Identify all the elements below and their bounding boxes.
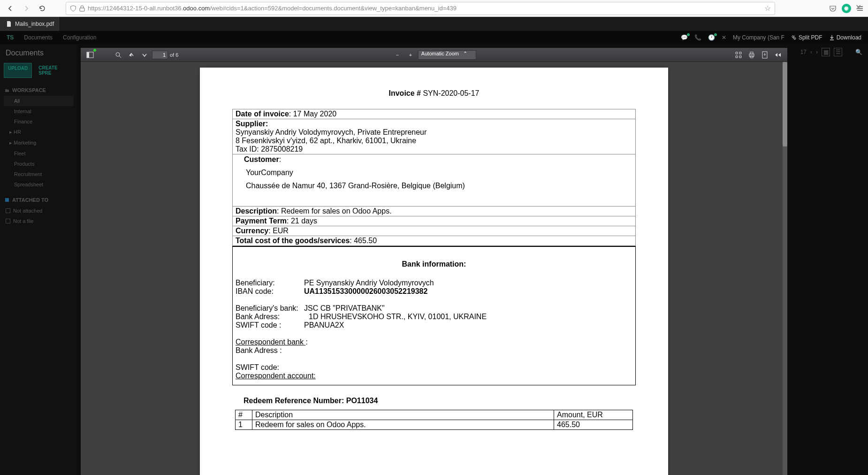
svg-rect-1 (5, 198, 9, 202)
reload-button[interactable] (36, 2, 49, 15)
redeem-reference: Redeem Reference Number: PO11034 (232, 397, 636, 405)
sidebar-item-internal[interactable]: Internal (4, 106, 74, 116)
split-pdf-button[interactable]: Split PDF (791, 34, 822, 41)
page-title: Documents (4, 49, 74, 57)
find-icon[interactable] (113, 49, 124, 61)
print-icon[interactable] (746, 49, 757, 61)
odoo-tab-bar: Mails_inbox.pdf (0, 17, 868, 31)
line-items-table: #DescriptionAmount, EUR 1Redeem for sale… (235, 410, 633, 430)
kanban-view-icon[interactable]: ▦ (822, 48, 830, 56)
svg-rect-6 (750, 52, 753, 54)
pdf-page: Invoice # SYN-2020-05-17 Date of invoice… (200, 68, 668, 475)
scrollbar[interactable] (783, 62, 787, 475)
download-button[interactable]: Download (829, 34, 861, 41)
sidebar-item-fleet[interactable]: Fleet (4, 148, 74, 159)
tab-title: Mails_inbox.pdf (15, 21, 54, 27)
svg-rect-0 (80, 8, 84, 11)
attached-header: ATTACHED TO (4, 194, 74, 206)
sidebar-item-spreadsheet[interactable]: Spreadsheet (4, 179, 74, 190)
pdf-canvas[interactable]: Invoice # SYN-2020-05-17 Date of invoice… (81, 62, 787, 475)
invoice-title: Invoice # SYN-2020-05-17 (219, 89, 649, 98)
sidebar-item-products[interactable]: Products (4, 159, 74, 169)
shield-icon (70, 5, 76, 12)
back-button[interactable] (4, 2, 17, 15)
create-spreadsheet-button[interactable]: CREATE SPRE (35, 63, 74, 78)
menu-item[interactable]: Configuration (63, 34, 96, 41)
close-icon[interactable]: ✕ (722, 34, 726, 41)
url-bar[interactable]: https://12464312-15-0-all.runbot36.odoo.… (66, 2, 775, 15)
zoom-select[interactable]: Automatic Zoom ⌃ (418, 50, 476, 60)
tools-icon[interactable] (772, 49, 784, 61)
forward-button[interactable] (20, 2, 33, 15)
pdf-viewer: of 6 − + Automatic Zoom ⌃ Invoice # SYN-… (81, 48, 787, 475)
sidebar-item-hr[interactable]: ▸ HR (4, 127, 74, 138)
next-page-icon[interactable] (139, 49, 150, 61)
tag-icon (5, 198, 9, 202)
company-name: My Company (San F (733, 34, 784, 41)
pdf-tab[interactable]: Mails_inbox.pdf (0, 17, 60, 31)
sidebar-item-marketing[interactable]: ▸ Marketing (4, 138, 74, 148)
filter-not-a-file[interactable]: Not a file (4, 216, 74, 226)
prev-page-icon[interactable]: ‹ (810, 49, 812, 55)
folder-icon (5, 88, 9, 92)
menu-item[interactable]: Documents (24, 34, 53, 41)
modal-close-icon[interactable]: ✕ (855, 3, 861, 12)
odoo-top-menu: TS Documents Configuration 💬 📞 🕐 ✕ My Co… (0, 31, 868, 44)
extension-icon[interactable]: ◉ (842, 4, 851, 13)
next-page-icon[interactable]: › (816, 49, 818, 55)
menu-item[interactable]: TS (7, 34, 14, 41)
page-info: 17 (800, 49, 807, 55)
file-icon (6, 21, 12, 27)
svg-point-4 (116, 53, 120, 56)
list-view-icon[interactable]: ☰ (834, 48, 842, 56)
sidebar-item-all[interactable]: All (4, 96, 74, 106)
zoom-in-icon[interactable]: + (405, 49, 416, 61)
sidebar-toggle-icon[interactable] (84, 49, 96, 61)
svg-rect-3 (87, 52, 89, 58)
page-number-input[interactable] (152, 51, 168, 59)
bookmark-star-icon[interactable]: ☆ (764, 4, 771, 13)
download-icon[interactable] (759, 49, 770, 61)
lock-icon (79, 5, 85, 12)
prev-page-icon[interactable] (126, 49, 137, 61)
filter-not-attached[interactable]: Not attached (4, 206, 74, 216)
upload-button[interactable]: UPLOAD (4, 63, 32, 78)
pocket-icon[interactable] (829, 4, 837, 13)
page-total: of 6 (170, 52, 178, 58)
sidebar-item-recruitment[interactable]: Recruitment (4, 169, 74, 179)
url-text: https://12464312-15-0-all.runbot36.odoo.… (88, 5, 457, 12)
sidebar: Documents UPLOAD CREATE SPRE WORKSPACE A… (0, 44, 77, 475)
presentation-icon[interactable] (733, 49, 744, 61)
bank-info-block: Bank information: Beneficiary:PE Synyans… (232, 246, 636, 385)
invoice-info-table: Date of invoice: 17 May 2020 Supplier: S… (232, 109, 636, 246)
search-icon[interactable]: 🔍 (855, 49, 862, 55)
workspace-header[interactable]: WORKSPACE (4, 84, 74, 96)
browser-toolbar: https://12464312-15-0-all.runbot36.odoo.… (0, 0, 868, 17)
zoom-out-icon[interactable]: − (392, 49, 403, 61)
sidebar-item-finance[interactable]: Finance (4, 116, 74, 127)
pdf-toolbar: of 6 − + Automatic Zoom ⌃ (81, 48, 787, 62)
